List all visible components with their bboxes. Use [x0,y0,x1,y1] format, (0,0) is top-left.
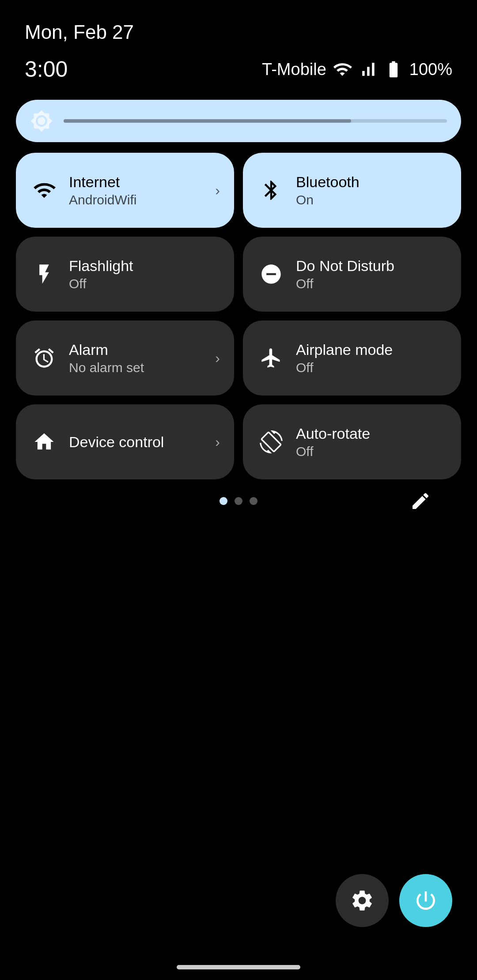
brightness-track[interactable] [64,119,447,123]
device-control-arrow-icon: › [215,434,220,450]
tile-internet[interactable]: Internet AndroidWifi › [16,153,234,228]
signal-icon [358,60,378,79]
home-icon [32,430,57,454]
page-indicators [16,497,461,505]
dnd-sublabel: Off [296,276,394,291]
page-dot-2[interactable] [235,497,242,505]
brightness-slider-row[interactable] [16,100,461,142]
alarm-label: Alarm [69,341,144,358]
quick-settings-panel: Internet AndroidWifi › Bluetooth On [0,100,477,505]
page-dot-1[interactable] [220,497,227,505]
internet-tile-text: Internet AndroidWifi [69,173,136,207]
bluetooth-icon [259,178,284,203]
flashlight-label: Flashlight [69,257,133,275]
airplane-tile-text: Airplane mode Off [296,341,393,375]
home-indicator [177,965,300,969]
tile-auto-rotate[interactable]: Auto-rotate Off [243,404,461,479]
battery-percent: 100% [409,60,452,79]
dnd-icon [259,262,284,286]
battery-icon [384,60,403,79]
status-date: Mon, Feb 27 [25,21,134,43]
bottom-action-buttons [336,874,452,927]
alarm-arrow-icon: › [215,350,220,366]
alarm-sublabel: No alarm set [69,360,144,375]
airplane-sublabel: Off [296,360,393,375]
carrier-info: T-Mobile 100% [262,60,452,79]
time-display: 3:00 [25,57,68,82]
tile-flashlight[interactable]: Flashlight Off [16,237,234,312]
brightness-icon [30,109,53,132]
internet-arrow-icon: › [215,182,220,199]
tile-grid: Internet AndroidWifi › Bluetooth On [16,153,461,479]
bluetooth-sublabel: On [296,192,360,207]
edit-quick-settings-button[interactable] [405,485,436,517]
wifi-status-icon [333,60,352,79]
tile-device-control[interactable]: Device control › [16,404,234,479]
auto-rotate-label: Auto-rotate [296,425,370,442]
time-row: 3:00 T-Mobile 100% [0,52,477,100]
carrier-name: T-Mobile [262,60,326,79]
device-control-tile-text: Device control [69,433,164,451]
airplane-label: Airplane mode [296,341,393,358]
alarm-icon [32,346,57,370]
wifi-icon [32,178,57,203]
airplane-icon [259,346,284,370]
tile-alarm[interactable]: Alarm No alarm set › [16,320,234,396]
rotate-icon [259,430,284,454]
tile-bluetooth[interactable]: Bluetooth On [243,153,461,228]
flashlight-icon [32,262,57,286]
internet-sublabel: AndroidWifi [69,192,136,207]
status-bar: Mon, Feb 27 [0,0,477,52]
device-control-label: Device control [69,433,164,451]
alarm-tile-text: Alarm No alarm set [69,341,144,375]
internet-label: Internet [69,173,136,191]
settings-button[interactable] [336,874,389,927]
brightness-fill [64,119,351,123]
tile-airplane[interactable]: Airplane mode Off [243,320,461,396]
auto-rotate-tile-text: Auto-rotate Off [296,425,370,459]
auto-rotate-sublabel: Off [296,444,370,459]
power-button[interactable] [399,874,452,927]
bluetooth-label: Bluetooth [296,173,360,191]
bluetooth-tile-text: Bluetooth On [296,173,360,207]
page-dot-3[interactable] [250,497,257,505]
tile-dnd[interactable]: Do Not Disturb Off [243,237,461,312]
flashlight-sublabel: Off [69,276,133,291]
dnd-tile-text: Do Not Disturb Off [296,257,394,291]
flashlight-tile-text: Flashlight Off [69,257,133,291]
dnd-label: Do Not Disturb [296,257,394,275]
